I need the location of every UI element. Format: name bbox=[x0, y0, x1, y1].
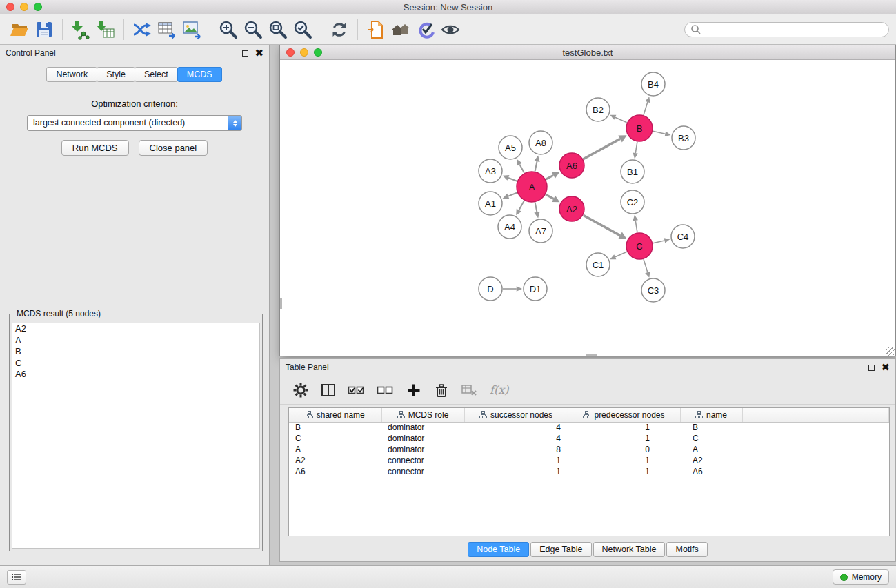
table-cell[interactable]: 4 bbox=[464, 422, 568, 433]
close-panel-icon[interactable]: ✖ bbox=[255, 49, 263, 57]
table-cell[interactable]: dominator bbox=[381, 422, 464, 433]
graph-edge-B-B4[interactable] bbox=[644, 102, 648, 115]
float-table-panel-icon[interactable] bbox=[868, 365, 875, 371]
table-cell[interactable]: A2 bbox=[680, 455, 742, 466]
table-cell[interactable]: C bbox=[289, 433, 381, 444]
network-minimize-button[interactable] bbox=[300, 48, 308, 57]
graph-edge-B-B2[interactable] bbox=[615, 117, 627, 123]
import-table-button[interactable] bbox=[93, 17, 118, 42]
graph-edge-A-A2[interactable] bbox=[546, 194, 553, 199]
mcds-result-item[interactable]: A bbox=[12, 335, 259, 347]
table-cell[interactable]: C bbox=[680, 433, 742, 444]
create-column-button[interactable] bbox=[406, 380, 422, 401]
table-cell[interactable]: 1 bbox=[568, 455, 680, 466]
graph-edge-A-A7[interactable] bbox=[535, 203, 537, 212]
table-cell[interactable]: 1 bbox=[568, 422, 680, 433]
table-cell[interactable]: 4 bbox=[464, 433, 568, 444]
table-cell[interactable]: 1 bbox=[568, 433, 680, 444]
mcds-result-item[interactable]: A6 bbox=[12, 369, 259, 381]
network-graph-svg[interactable]: B4B2BB3A5A8A6B1A3AC2A1A2A4A7C4CC1C3DD1 bbox=[280, 60, 895, 356]
table-row[interactable]: A2connector11A2 bbox=[289, 455, 889, 466]
table-cell[interactable]: A2 bbox=[289, 455, 381, 466]
tab-motifs[interactable]: Motifs bbox=[666, 542, 707, 557]
graph-edge-A-A1[interactable] bbox=[508, 193, 517, 196]
graph-edge-C-C4[interactable] bbox=[653, 241, 665, 243]
export-image-button[interactable] bbox=[179, 17, 204, 42]
tab-mcds[interactable]: MCDS bbox=[177, 67, 222, 82]
select-all-columns-button[interactable] bbox=[348, 380, 366, 401]
table-cell[interactable]: connector bbox=[381, 455, 464, 466]
export-table-button[interactable] bbox=[155, 17, 179, 42]
table-row[interactable]: A6connector11A6 bbox=[289, 466, 889, 477]
function-builder-button[interactable]: f(x) bbox=[490, 380, 508, 401]
run-mcds-button[interactable]: Run MCDS bbox=[61, 140, 129, 156]
vertical-scroll-indicator[interactable] bbox=[280, 298, 282, 309]
minimize-window-button[interactable] bbox=[20, 3, 28, 11]
delete-table-button[interactable] bbox=[461, 380, 479, 401]
graph-edge-A-A5[interactable] bbox=[519, 164, 524, 172]
table-cell[interactable]: B bbox=[680, 422, 742, 433]
column-header-mcds-role[interactable]: MCDS role bbox=[381, 408, 464, 422]
graph-edge-A2-C[interactable] bbox=[584, 215, 620, 235]
float-panel-icon[interactable] bbox=[242, 50, 248, 57]
mcds-result-item[interactable]: A2 bbox=[12, 323, 259, 335]
open-session-button[interactable] bbox=[7, 17, 32, 42]
table-settings-button[interactable] bbox=[292, 380, 309, 401]
window-resize-grip[interactable] bbox=[886, 347, 895, 356]
zoom-out-button[interactable] bbox=[241, 17, 266, 42]
table-cell[interactable]: A bbox=[289, 444, 381, 455]
table-cell[interactable]: A bbox=[680, 444, 742, 455]
import-network-button[interactable] bbox=[68, 17, 93, 42]
table-cell[interactable]: 1 bbox=[464, 455, 568, 466]
memory-button[interactable]: Memory bbox=[833, 569, 889, 585]
tab-network[interactable]: Network bbox=[46, 67, 97, 82]
close-window-button[interactable] bbox=[6, 3, 14, 11]
graph-edge-C-C2[interactable] bbox=[635, 221, 637, 232]
first-neighbors-button[interactable] bbox=[130, 17, 155, 42]
save-session-button[interactable] bbox=[32, 17, 57, 42]
graph-edge-A-A3[interactable] bbox=[508, 178, 517, 181]
column-header-predecessor-nodes[interactable]: predecessor nodes bbox=[568, 408, 680, 422]
mcds-result-item[interactable]: C bbox=[12, 358, 259, 369]
table-row[interactable]: Adominator80A bbox=[289, 444, 889, 455]
graph-edge-B-B1[interactable] bbox=[635, 142, 637, 153]
graph-edge-A6-B[interactable] bbox=[584, 139, 620, 159]
search-input[interactable] bbox=[704, 25, 883, 34]
dropdown-stepper-icon[interactable] bbox=[228, 116, 241, 130]
table-cell[interactable]: dominator bbox=[381, 433, 464, 444]
table-cell[interactable]: B bbox=[289, 422, 381, 433]
table-cell[interactable]: A6 bbox=[289, 466, 381, 477]
delete-column-button[interactable] bbox=[433, 380, 450, 401]
network-close-button[interactable] bbox=[286, 48, 295, 57]
graph-edge-C-C3[interactable] bbox=[644, 259, 648, 272]
zoom-selected-button[interactable] bbox=[290, 17, 315, 42]
show-columns-button[interactable] bbox=[320, 380, 337, 401]
zoom-fit-button[interactable] bbox=[266, 17, 290, 42]
maximize-window-button[interactable] bbox=[34, 3, 42, 11]
network-maximize-button[interactable] bbox=[314, 48, 322, 57]
table-row[interactable]: Bdominator41B bbox=[289, 422, 889, 433]
graph-edge-A-A6[interactable] bbox=[546, 175, 553, 179]
horizontal-scroll-indicator[interactable] bbox=[586, 354, 597, 356]
deselect-all-columns-button[interactable] bbox=[377, 380, 395, 401]
table-cell[interactable]: 1 bbox=[464, 466, 568, 477]
table-cell[interactable]: 8 bbox=[464, 444, 568, 455]
column-header-shared-name[interactable]: shared name bbox=[289, 408, 381, 422]
validate-button[interactable] bbox=[413, 17, 438, 42]
zoom-in-button[interactable] bbox=[216, 17, 241, 42]
table-cell[interactable]: connector bbox=[381, 466, 464, 477]
graph-edge-B-B3[interactable] bbox=[653, 131, 666, 134]
graph-edge-A-A8[interactable] bbox=[535, 161, 537, 171]
optimization-criterion-select[interactable]: largest connected component (directed) bbox=[27, 115, 242, 131]
refresh-network-button[interactable] bbox=[327, 17, 352, 42]
tab-style[interactable]: Style bbox=[97, 67, 135, 82]
tab-select[interactable]: Select bbox=[135, 67, 178, 82]
home-button[interactable] bbox=[388, 17, 413, 42]
task-history-button[interactable] bbox=[7, 570, 26, 585]
graph-edge-C-C1[interactable] bbox=[615, 252, 627, 257]
open-document-button[interactable] bbox=[364, 17, 388, 42]
mcds-result-item[interactable]: B bbox=[12, 346, 259, 358]
table-cell[interactable]: 0 bbox=[568, 444, 680, 455]
close-table-panel-icon[interactable]: ✖ bbox=[881, 363, 890, 372]
show-hide-details-button[interactable] bbox=[438, 17, 463, 42]
